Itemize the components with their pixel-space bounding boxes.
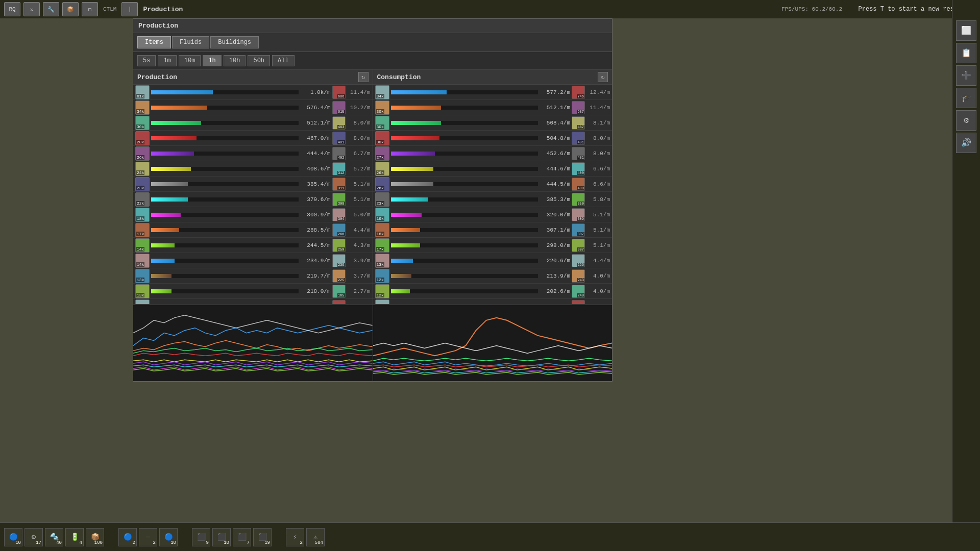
table-row[interactable]: 14k 234.9/m 239 3.9/m <box>133 253 373 268</box>
secondary-count: 240 <box>577 293 584 297</box>
secondary-icon: 304 <box>332 208 346 221</box>
secondary-icon: — <box>332 300 346 305</box>
table-row[interactable]: 30k 504.8/m 481 8.0/m <box>373 131 612 146</box>
table-row[interactable]: 18k 300.9/m 304 5.0/m <box>133 207 373 222</box>
secondary-icon: 307 <box>572 223 585 237</box>
tab-fluids[interactable]: Fluids <box>172 36 209 48</box>
secondary-icon: 481 <box>332 132 346 145</box>
bottom-slot-8[interactable]: 🔵 10 <box>159 528 178 546</box>
table-row[interactable]: 34k 576.4/m 615 10.2/m <box>133 100 373 115</box>
right-btn-6[interactable]: 🔊 <box>956 133 976 153</box>
item-count: 12k <box>376 293 384 297</box>
tab-buildings[interactable]: Buildings <box>210 36 259 48</box>
rq-button[interactable]: RQ <box>4 2 20 16</box>
time-5s[interactable]: 5s <box>137 55 156 66</box>
rate-value: 512.1/m <box>540 105 570 111</box>
table-row[interactable]: 23k 385.4/m 311 5.1/m <box>133 177 373 192</box>
production-bar <box>151 121 299 125</box>
charts-container <box>133 305 612 381</box>
table-row[interactable]: 18k 307.1/m 307 5.1/m <box>373 222 612 238</box>
bottom-slot-9[interactable]: ⬛ 9 <box>192 528 210 546</box>
table-row[interactable]: 13k 218.0/m 165 2.7/m <box>133 284 373 299</box>
bottom-slot-12[interactable]: ⬛ 19 <box>253 528 272 546</box>
table-row[interactable]: 13k 220.6/m 266 4.4/m <box>373 253 612 268</box>
secondary-count: 266 <box>337 232 345 236</box>
table-row[interactable]: 11k 196.5/m — 3.4/m <box>373 299 612 304</box>
time-1h[interactable]: 1h <box>203 55 221 66</box>
item-icon: 11k <box>375 299 389 305</box>
production-bar <box>391 289 538 293</box>
bottom-slot-6[interactable]: 🔵 2 <box>118 528 137 546</box>
bottom-slot-2[interactable]: ⚙ 17 <box>24 528 43 546</box>
item-count: 18k <box>376 232 384 236</box>
bottom-slot-7[interactable]: ─ 2 <box>139 528 157 546</box>
table-row[interactable]: 26k 444.4/m 402 6.7/m <box>133 146 373 161</box>
table-row[interactable]: 17k 288.5/m 266 4.4/m <box>133 222 373 238</box>
table-row[interactable]: 19k 320.0/m 309 5.1/m <box>373 207 612 222</box>
table-row[interactable]: 26k 444.5/m 400 6.6/m <box>373 177 612 192</box>
table-row[interactable]: 24k 408.6/m 312 5.2/m <box>133 161 373 177</box>
production-bar <box>151 243 299 247</box>
consumption-panel-title: Consumption <box>377 73 421 81</box>
bottom-slot-5[interactable]: 📦 100 <box>86 528 104 546</box>
secondary-rate: 8.0/m <box>586 151 610 157</box>
hotbar-slot-1[interactable]: ⚔ <box>23 2 40 16</box>
production-window: Production Items Fluids Buildings 5s 1m … <box>133 18 612 382</box>
table-row[interactable]: 23k 385.3/m 350 5.8/m <box>373 192 612 207</box>
production-bar <box>151 106 299 110</box>
item-icon: 22k <box>135 192 150 207</box>
item-icon: 19k <box>375 208 389 222</box>
table-row[interactable]: 30k 512.1/m 483 8.0/m <box>133 115 373 131</box>
secondary-rate: 5.2/m <box>347 166 371 172</box>
time-10h[interactable]: 10h <box>224 55 246 66</box>
table-row[interactable]: 61k 1.0k/m 686 11.4/m <box>133 85 373 100</box>
hotbar-slot-4[interactable]: ◻ <box>82 2 98 16</box>
table-row[interactable]: 28k 467.0/m 481 8.0/m <box>133 131 373 146</box>
table-row[interactable]: 22k 379.6/m 308 5.1/m <box>133 192 373 207</box>
table-row[interactable]: 30k 508.4/m 487 8.1/m <box>373 115 612 131</box>
rate-value: 320.0/m <box>540 212 570 218</box>
bottom-slot-1[interactable]: 🔵 10 <box>4 528 22 546</box>
table-row[interactable]: 17k 298.0/m 307 5.1/m <box>373 238 612 253</box>
bottom-slot-14[interactable]: ⚠ 584 <box>306 528 325 546</box>
hotbar-slot-2[interactable]: 🔧 <box>43 2 59 16</box>
time-all[interactable]: All <box>272 55 295 66</box>
production-refresh-btn[interactable]: ↻ <box>358 72 369 82</box>
right-btn-3[interactable]: ➕ <box>956 65 976 86</box>
bar-fill <box>151 152 194 156</box>
table-row[interactable]: 12k 213.9/m 243 4.0/m <box>373 268 612 284</box>
rate-value: 218.0/m <box>300 288 331 294</box>
table-row[interactable]: 27k 452.6/m 481 8.0/m <box>373 146 612 161</box>
secondary-icon: 307 <box>572 239 585 252</box>
table-row[interactable]: 13k 219.7/m 225 3.7/m <box>133 268 373 284</box>
bottom-slot-4[interactable]: 🔋 4 <box>65 528 84 546</box>
table-row[interactable]: 34k 577.2/m 746 12.4/m <box>373 85 612 100</box>
item-count: 13k <box>376 262 384 267</box>
bottom-slot-3[interactable]: 🔩 40 <box>45 528 63 546</box>
right-btn-4[interactable]: 🎓 <box>956 88 976 108</box>
consumption-chart <box>373 305 612 381</box>
table-row[interactable]: 30k 512.1/m 687 11.4/m <box>373 100 612 115</box>
table-row[interactable]: 14k 244.5/m 259 4.3/m <box>133 238 373 253</box>
secondary-rate: 10.2/m <box>347 105 371 111</box>
bar-fill <box>391 289 410 293</box>
time-10m[interactable]: 10m <box>179 55 201 66</box>
consumption-refresh-btn[interactable]: ↻ <box>598 72 608 82</box>
table-row[interactable]: 26k 444.6/m 400 6.6/m <box>373 161 612 177</box>
right-btn-2[interactable]: 📋 <box>956 43 976 63</box>
bottom-slot-10[interactable]: ⬛ 10 <box>212 528 231 546</box>
time-50h[interactable]: 50h <box>248 55 270 66</box>
tab-items[interactable]: Items <box>137 36 171 48</box>
item-icon: 12k <box>135 299 150 305</box>
secondary-icon: 308 <box>332 193 346 206</box>
right-btn-1[interactable]: ⬜ <box>956 20 976 41</box>
time-1m[interactable]: 1m <box>158 55 176 66</box>
rate-value: 288.5/m <box>300 227 331 233</box>
table-row[interactable]: 12k 196.2/m — 2.7/m <box>133 299 373 304</box>
hotbar-slot-3[interactable]: 📦 <box>62 2 79 16</box>
right-btn-5[interactable]: ⚙ <box>956 110 976 131</box>
bottom-slot-11[interactable]: ⬛ 7 <box>233 528 251 546</box>
bottom-slot-13[interactable]: ⚡ 2 <box>286 528 304 546</box>
secondary-rate: 2.7/m <box>347 304 371 305</box>
table-row[interactable]: 12k 202.6/m 240 4.0/m <box>373 284 612 299</box>
